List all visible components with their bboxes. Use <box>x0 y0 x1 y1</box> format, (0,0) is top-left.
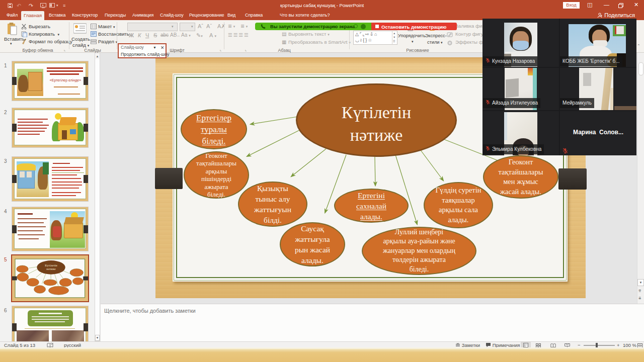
svg-text:Күтілетін: Күтілетін <box>45 264 57 267</box>
svg-text:нәтиже: нәтиже <box>46 267 56 270</box>
